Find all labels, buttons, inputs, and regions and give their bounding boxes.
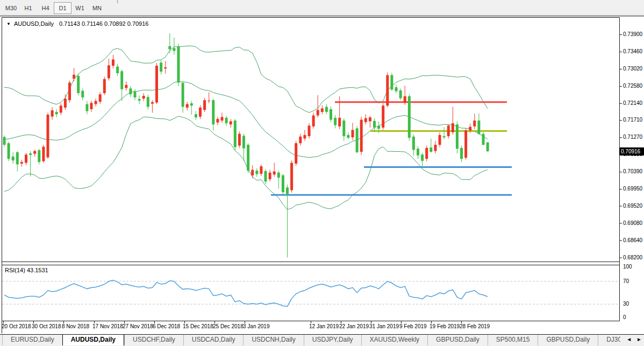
price-axis-label: 0.70390 [623,168,644,174]
chart-tab-dj30-h4[interactable]: DJ30,H4 [598,335,620,345]
chart-canvas[interactable] [0,0,644,346]
date-axis-label: 22 Jan 2019 [339,323,369,329]
chevron-down-icon: ▼ [6,22,11,26]
date-axis-label: 3 Jan 2019 [243,323,270,329]
chart-tab-usdjpy-daily[interactable]: USDJPY,Daily [304,335,361,345]
chart-tab-eurusd-daily[interactable]: EURUSD,Daily [2,335,62,345]
rsi-scale-label: 70 [623,278,644,284]
chart-tab-audusd-daily[interactable]: AUDUSD,Daily [62,335,124,345]
chart-tab-gbpusd-daily[interactable]: GBPUSD,Daily [427,335,488,345]
price-axis-label: 0.69520 [623,203,644,209]
date-axis-label: 9 Feb 2019 [399,323,427,329]
scroll-tabs-right-icon[interactable]: ► [636,336,642,342]
date-axis-label: 28 Feb 2019 [460,323,490,329]
rsi-scale-label: 100 [623,264,644,270]
price-axis-label: 0.73900 [623,31,644,37]
date-axis-label: 27 Nov 2018 [123,323,153,329]
price-axis-label: 0.69950 [623,186,644,192]
chart-ohlc-values: 0.71143 0.71146 0.70892 0.70916 [59,20,149,27]
price-axis-label: 0.72580 [623,83,644,89]
date-axis-label: 17 Nov 2018 [92,323,123,329]
chart-tab-gbpusd-daily[interactable]: GBPUSD,Daily [538,335,598,345]
chart-tab-usdcad-daily[interactable]: USDCAD,Daily [183,335,244,345]
rsi-scale-label: 0 [623,314,644,320]
date-axis-label: 8 Nov 2018 [62,323,89,329]
price-axis-label: 0.68640 [623,237,644,243]
chart-title: ▼AUDUSD,Daily0.71143 0.71146 0.70892 0.7… [6,20,148,27]
price-axis-label: 0.73020 [623,66,644,72]
date-axis-label: 20 Oct 2018 [2,323,31,329]
chart-symbol-label: AUDUSD,Daily [14,20,54,27]
price-axis-label: 0.71270 [623,134,644,140]
price-axis-label: 0.68200 [623,255,644,260]
current-price-badge: 0.70916 [619,147,644,156]
rsi-indicator-label: RSI(14) 43.1531 [5,267,48,273]
rsi-scale-label: 30 [623,301,644,307]
date-axis-label: 30 Oct 2018 [32,323,61,329]
chart-tab-usdcnh-daily[interactable]: USDCNH,Daily [243,335,303,345]
scroll-tabs-left-icon[interactable]: ◄ [626,336,632,342]
price-axis-label: 0.69080 [623,220,644,226]
chart-tab-sp500-m15[interactable]: SP500,M15 [488,335,538,345]
price-axis-label: 0.73460 [623,48,644,54]
price-axis-label: 0.71710 [623,117,644,123]
chart-tab-xauusd-weekly[interactable]: XAUUSD,Weekly [361,335,427,345]
date-axis-label: 25 Dec 2018 [213,323,244,329]
date-axis-label: 15 Dec 2018 [183,323,213,329]
date-axis-label: 12 Jan 2019 [309,323,339,329]
date-axis-label: 19 Feb 2019 [430,323,460,329]
date-axis-label: 6 Dec 2018 [153,323,180,329]
chart-tab-usdchf-daily[interactable]: USDCHF,Daily [124,335,183,345]
chart-tab-bar: EURUSD,DailyAUDUSD,DailyUSDCHF,DailyUSDC… [0,334,644,346]
date-axis-label: 31 Jan 2019 [369,323,399,329]
price-axis-label: 0.72140 [623,100,644,106]
